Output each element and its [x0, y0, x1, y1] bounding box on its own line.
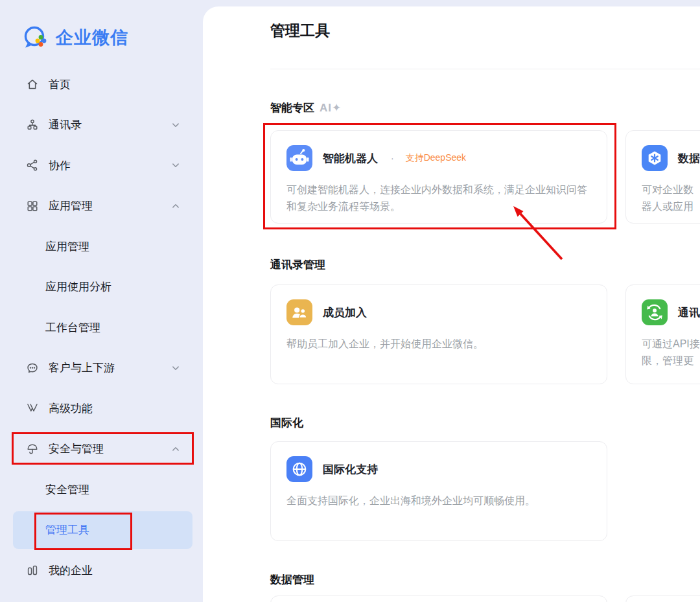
sidebar-item-contacts[interactable]: 通讯录	[0, 105, 203, 146]
advanced-features-icon	[25, 400, 40, 416]
card-i18n-support[interactable]: 国际化支持 全面支持国际化，企业出海和境外企业均可顺畅使用。	[270, 441, 607, 541]
sidebar: 企业微信 首页 通讯录 协作 应用管理	[0, 0, 203, 602]
card-title: 通讯	[678, 305, 700, 320]
sidebar-item-label: 通讯录	[49, 117, 82, 132]
robot-icon	[286, 145, 312, 171]
sidebar-item-label: 客户与上下游	[49, 360, 115, 375]
sidebar-item-my-company[interactable]: 我的企业	[0, 550, 203, 591]
card-data-zone[interactable]: 数据 可对企业数 器人或应用	[625, 130, 700, 224]
section-heading-data-mgmt: 数据管理	[270, 572, 700, 588]
umbrella-icon	[25, 441, 40, 457]
header-divider	[270, 69, 700, 69]
sidebar-item-customers[interactable]: 客户与上下游	[0, 348, 203, 389]
card-description: 可对企业数 器人或应用	[642, 181, 700, 215]
wecom-logo-icon	[21, 23, 50, 52]
selected-item-highlight	[13, 511, 192, 549]
ai-sparkle-badge: AI✦	[320, 100, 342, 116]
sidebar-item-security-management[interactable]: 安全与管理	[0, 429, 203, 470]
sidebar-nav: 首页 通讯录 协作 应用管理 应用管理 应用使用分析	[0, 64, 203, 591]
chevron-down-icon	[170, 159, 181, 171]
card-description-line: 可通过API接	[642, 336, 700, 353]
sidebar-item-label: 协作	[49, 158, 71, 173]
section-heading-contacts-mgmt: 通讯录管理	[270, 257, 700, 273]
collaboration-icon	[25, 157, 40, 173]
card-title: 数据	[678, 151, 700, 166]
card-title: 成员加入	[323, 305, 367, 320]
sidebar-item-label: 工作台管理	[45, 320, 100, 335]
sidebar-item-app-usage-analysis[interactable]: 应用使用分析	[0, 267, 203, 308]
main-panel: 管理工具 智能专区 AI✦ 智能机器人 · 支持DeepSeek 可创建智能机器…	[203, 6, 700, 602]
sidebar-item-label: 我的企业	[49, 563, 93, 578]
card-smart-robot[interactable]: 智能机器人 · 支持DeepSeek 可创建智能机器人，连接企业内外数据和系统，…	[270, 130, 607, 224]
sidebar-item-management-tools[interactable]: 管理工具	[0, 510, 203, 551]
home-icon	[25, 76, 40, 92]
card-contacts-sync[interactable]: 通讯 可通过API接 限，管理更	[625, 284, 700, 384]
sidebar-item-collaboration[interactable]: 协作	[0, 145, 203, 186]
section-title: 数据管理	[270, 572, 314, 588]
contacts-icon	[25, 117, 40, 133]
sidebar-item-label: 管理工具	[45, 522, 89, 537]
section-title: 通讯录管理	[270, 257, 325, 273]
app-logo[interactable]: 企业微信	[21, 23, 128, 52]
card-description: 可通过API接 限，管理更	[642, 336, 700, 369]
company-icon	[25, 562, 40, 578]
card-description: 帮助员工加入企业，并开始使用企业微信。	[286, 336, 591, 353]
deepseek-tag: 支持DeepSeek	[406, 152, 466, 164]
sidebar-item-label: 高级功能	[49, 401, 93, 416]
globe-icon	[286, 456, 312, 482]
sidebar-item-advanced-features[interactable]: 高级功能	[0, 388, 203, 429]
sidebar-item-label: 应用使用分析	[45, 279, 111, 294]
chevron-down-icon	[170, 119, 181, 131]
card-description-line: 限，管理更	[642, 353, 700, 369]
sidebar-item-label: 首页	[49, 77, 71, 92]
card-partial-bottom-left[interactable]	[270, 596, 607, 602]
card-partial-bottom-right[interactable]	[625, 596, 700, 602]
card-member-join[interactable]: 成员加入 帮助员工加入企业，并开始使用企业微信。	[270, 284, 607, 384]
sidebar-item-workbench-management[interactable]: 工作台管理	[0, 307, 203, 348]
section-heading-ai: 智能专区 AI✦	[270, 100, 700, 116]
page-title: 管理工具	[270, 19, 700, 41]
sidebar-item-label: 安全管理	[45, 482, 89, 497]
sidebar-item-app-management-sub[interactable]: 应用管理	[0, 226, 203, 267]
section-title: 智能专区	[270, 100, 314, 116]
chevron-down-icon	[170, 362, 181, 374]
card-description: 可创建智能机器人，连接企业内外数据和系统，满足企业知识问答和复杂业务流程等场景。	[286, 181, 591, 215]
tag-separator: ·	[391, 153, 394, 163]
sidebar-item-home[interactable]: 首页	[0, 64, 203, 105]
chevron-up-icon	[170, 443, 181, 455]
card-description-line: 可对企业数	[642, 181, 700, 198]
sidebar-item-label: 应用管理	[49, 198, 93, 213]
card-description: 全面支持国际化，企业出海和境外企业均可顺畅使用。	[286, 492, 591, 509]
chevron-up-icon	[170, 200, 181, 212]
chat-bubble-icon	[25, 360, 40, 376]
data-cube-icon	[642, 145, 668, 171]
card-description-line: 器人或应用	[642, 198, 700, 215]
contact-sync-icon	[642, 299, 668, 325]
card-title: 智能机器人	[323, 151, 378, 166]
members-icon	[286, 299, 312, 325]
app-name: 企业微信	[56, 26, 128, 49]
sidebar-item-security-admin[interactable]: 安全管理	[0, 469, 203, 510]
sidebar-item-label: 应用管理	[45, 239, 89, 254]
section-title: 国际化	[270, 415, 303, 431]
sidebar-item-app-management[interactable]: 应用管理	[0, 186, 203, 227]
sidebar-item-label: 安全与管理	[49, 441, 104, 456]
apps-grid-icon	[25, 198, 40, 214]
section-heading-i18n: 国际化	[270, 415, 700, 431]
card-title: 国际化支持	[323, 462, 378, 477]
